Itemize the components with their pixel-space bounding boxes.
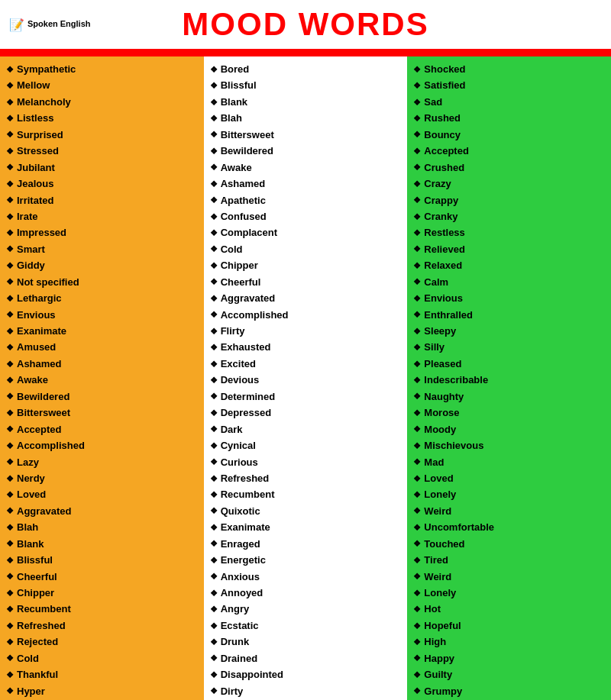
list-item: Cold — [6, 650, 198, 666]
list-item: Determined — [210, 389, 402, 405]
list-item: Energetic — [210, 552, 402, 568]
column-3: ShockedSatisfiedSadRushedBouncyAcceptedC… — [407, 56, 611, 700]
list-item: Restless — [413, 224, 605, 240]
list-item: Stressed — [6, 143, 198, 159]
list-item: Recumbent — [6, 601, 198, 617]
list-item: Exanimate — [6, 323, 198, 339]
list-item: Bittersweet — [6, 405, 198, 421]
list-item: Envious — [6, 307, 198, 323]
list-item: Blah — [6, 519, 198, 535]
list-item: Cheerful — [6, 569, 198, 585]
list-item: Recumbent — [210, 486, 402, 502]
list-item: Accomplished — [210, 307, 402, 323]
list-item: Pleased — [413, 356, 605, 372]
list-item: Surprised — [6, 127, 198, 143]
list-item: Devious — [210, 372, 402, 388]
list-item: Tired — [413, 552, 605, 568]
list-item: Refreshed — [210, 470, 402, 486]
list-item: Nerdy — [6, 470, 198, 486]
list-item: Calm — [413, 274, 605, 290]
list-item: Accepted — [413, 143, 605, 159]
column-2: BoredBlissfulBlankBlahBittersweetBewilde… — [204, 56, 408, 700]
list-item: Weird — [413, 503, 605, 519]
mood-words-table: SympatheticMellowMelancholyListlessSurpr… — [0, 56, 611, 700]
list-item: Blank — [6, 536, 198, 552]
logo-icon: 📝 — [9, 18, 24, 32]
list-item: Curious — [210, 454, 402, 470]
list-item: Loved — [6, 486, 198, 502]
list-item: Chipper — [6, 585, 198, 601]
list-item: Rejected — [6, 634, 198, 650]
list-item: Annoyed — [210, 585, 402, 601]
list-item: Smart — [6, 241, 198, 257]
list-item: High — [413, 634, 605, 650]
list-item: Dirty — [210, 683, 402, 699]
list-item: Apathetic — [210, 192, 402, 208]
list-item: Drunk — [210, 634, 402, 650]
list-item: Jealous — [6, 176, 198, 192]
list-item: Hopeful — [413, 618, 605, 634]
list-item: Crappy — [413, 192, 605, 208]
list-item: Uncomfortable — [413, 519, 605, 535]
list-item: Lazy — [6, 454, 198, 470]
list-item: Giddy — [6, 257, 198, 273]
list-item: Confused — [210, 208, 402, 224]
list-item: Dark — [210, 421, 402, 437]
list-item: Flirty — [210, 323, 402, 339]
list-item: Mad — [413, 454, 605, 470]
list-item: Depressed — [210, 405, 402, 421]
list-item: Not specified — [6, 274, 198, 290]
list-item: Quixotic — [210, 503, 402, 519]
list-item: Aggravated — [210, 290, 402, 306]
list-item: Blissful — [210, 77, 402, 93]
list-item: Touched — [413, 536, 605, 552]
list-item: Grumpy — [413, 683, 605, 699]
list-item: Morose — [413, 405, 605, 421]
list-item: Hyper — [6, 683, 198, 699]
list-item: Blank — [210, 94, 402, 110]
list-item: Bewildered — [6, 389, 198, 405]
list-item: Drained — [210, 650, 402, 666]
list-item: Aggravated — [6, 503, 198, 519]
list-item: Mischievous — [413, 437, 605, 453]
list-item: Chipper — [210, 257, 402, 273]
list-item: Anxious — [210, 569, 402, 585]
list-item: Angry — [210, 601, 402, 617]
list-item: Crushed — [413, 160, 605, 176]
list-item: Relieved — [413, 241, 605, 257]
list-item: Happy — [413, 650, 605, 666]
list-item: Guilty — [413, 666, 605, 682]
list-item: Cold — [210, 241, 402, 257]
list-item: Amused — [6, 339, 198, 355]
list-item: Cranky — [413, 208, 605, 224]
logo-text: Spoken English — [27, 19, 91, 29]
list-item: Silly — [413, 339, 605, 355]
list-item: Lethargic — [6, 290, 198, 306]
list-item: Bored — [210, 61, 402, 77]
list-item: Irritated — [6, 192, 198, 208]
list-item: Weird — [413, 569, 605, 585]
list-item: Cheerful — [210, 274, 402, 290]
list-item: Irate — [6, 208, 198, 224]
list-item: Impressed — [6, 224, 198, 240]
list-item: Blah — [210, 110, 402, 126]
list-item: Refreshed — [6, 618, 198, 634]
list-item: Accepted — [6, 421, 198, 437]
list-item: Ashamed — [6, 356, 198, 372]
list-item: Blissful — [6, 552, 198, 568]
list-item: Sympathetic — [6, 61, 198, 77]
list-item: Bouncy — [413, 127, 605, 143]
list-item: Hot — [413, 601, 605, 617]
list-item: Melancholy — [6, 94, 198, 110]
list-item: Ecstatic — [210, 618, 402, 634]
list-item: Ashamed — [210, 176, 402, 192]
list-item: Bittersweet — [210, 127, 402, 143]
list-item: Excited — [210, 356, 402, 372]
list-item: Jubilant — [6, 160, 198, 176]
list-item: Awake — [6, 372, 198, 388]
list-item: Cynical — [210, 437, 402, 453]
list-item: Moody — [413, 421, 605, 437]
list-item: Loved — [413, 470, 605, 486]
list-item: Exanimate — [210, 519, 402, 535]
logo-area: 📝 Spoken English — [9, 18, 101, 32]
